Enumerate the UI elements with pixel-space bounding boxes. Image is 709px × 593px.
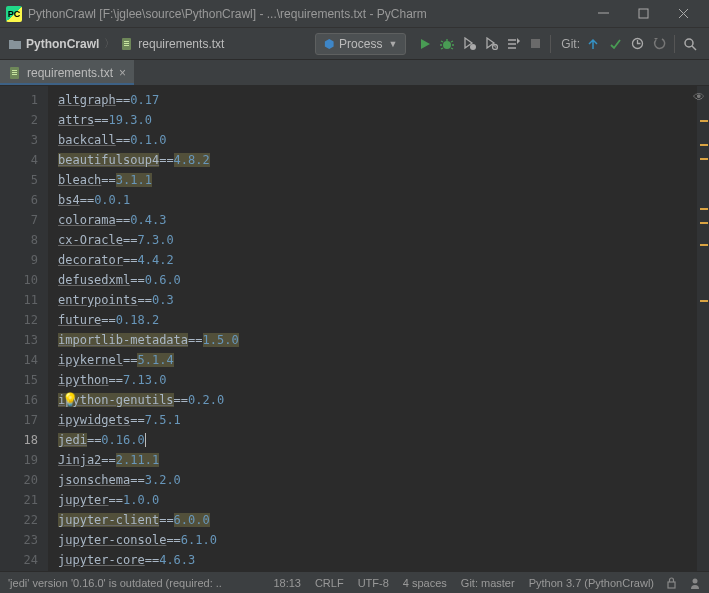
run-config-selector[interactable]: ⬢ Process ▼ xyxy=(315,33,406,55)
package-version: 4.4.2 xyxy=(137,253,173,267)
editor-tabs: requirements.txt × xyxy=(0,60,709,86)
line-number: 24 xyxy=(0,550,38,570)
warning-mark[interactable] xyxy=(700,120,708,122)
code-line[interactable]: decorator==4.4.2 xyxy=(48,250,697,270)
code-line[interactable]: importlib-metadata==1.5.0 xyxy=(48,330,697,350)
package-name: ipykernel xyxy=(58,353,123,367)
version-operator: == xyxy=(101,313,115,327)
code-line[interactable]: defusedxml==0.6.0 xyxy=(48,270,697,290)
inspection-eye-icon[interactable]: 👁 xyxy=(693,90,705,104)
code-line[interactable]: jupyter-console==6.1.0 xyxy=(48,530,697,550)
code-line[interactable]: altgraph==0.17 xyxy=(48,90,697,110)
code-line[interactable]: bs4==0.0.1 xyxy=(48,190,697,210)
code-line[interactable]: ipywidgets==7.5.1 xyxy=(48,410,697,430)
svg-rect-4 xyxy=(124,45,129,46)
svg-rect-3 xyxy=(124,43,129,44)
minimize-button[interactable] xyxy=(583,0,623,28)
code-line[interactable]: backcall==0.1.0 xyxy=(48,130,697,150)
version-operator: == xyxy=(130,473,144,487)
close-button[interactable] xyxy=(663,0,703,28)
concurrency-button[interactable] xyxy=(502,28,524,60)
code-area[interactable]: 💡 altgraph==0.17attrs==19.3.0backcall==0… xyxy=(48,86,697,571)
run-coverage-button[interactable] xyxy=(458,28,480,60)
package-version: 5.1.4 xyxy=(137,353,173,367)
status-message: 'jedi' version '0.16.0' is outdated (req… xyxy=(8,577,222,589)
hector-icon[interactable] xyxy=(689,577,701,589)
package-version: 0.18.2 xyxy=(116,313,159,327)
package-version: 0.16.0 xyxy=(101,433,144,447)
run-button[interactable] xyxy=(414,28,436,60)
code-line[interactable]: Jinja2==2.11.1 xyxy=(48,450,697,470)
vcs-rollback-button[interactable] xyxy=(648,28,670,60)
package-name: jsonschema xyxy=(58,473,130,487)
warning-mark[interactable] xyxy=(700,208,708,210)
line-number: 7 xyxy=(0,210,38,230)
debug-button[interactable] xyxy=(436,28,458,60)
package-version: 0.3 xyxy=(152,293,174,307)
vcs-update-button[interactable] xyxy=(582,28,604,60)
status-git-branch[interactable]: Git: master xyxy=(461,577,515,589)
breadcrumb[interactable]: PythonCrawl 〉 requirements.txt xyxy=(8,36,224,51)
package-version: 3.2.0 xyxy=(145,473,181,487)
package-name: future xyxy=(58,313,101,327)
package-name: bleach xyxy=(58,173,101,187)
intention-bulb-icon[interactable]: 💡 xyxy=(62,390,78,410)
code-line[interactable]: ipykernel==5.1.4 xyxy=(48,350,697,370)
status-line-ending[interactable]: CRLF xyxy=(315,577,344,589)
package-name: entrypoints xyxy=(58,293,137,307)
vcs-history-button[interactable] xyxy=(626,28,648,60)
warning-mark[interactable] xyxy=(700,300,708,302)
window-titlebar: PC PythonCrawl [F:\jglee\source\PythonCr… xyxy=(0,0,709,28)
package-name: jupyter xyxy=(58,493,109,507)
package-name: jupyter-core xyxy=(58,553,145,567)
warning-mark[interactable] xyxy=(700,144,708,146)
line-number: 12 xyxy=(0,310,38,330)
package-version: 0.0.1 xyxy=(94,193,130,207)
code-line[interactable]: jupyter-core==4.6.3 xyxy=(48,550,697,570)
lock-icon[interactable] xyxy=(666,577,677,589)
editor[interactable]: 123456789101112131415161718192021222324 … xyxy=(0,86,709,571)
status-indent[interactable]: 4 spaces xyxy=(403,577,447,589)
code-line[interactable]: cx-Oracle==7.3.0 xyxy=(48,230,697,250)
search-everywhere-button[interactable] xyxy=(679,28,701,60)
code-line[interactable]: attrs==19.3.0 xyxy=(48,110,697,130)
code-line[interactable]: jupyter==1.0.0 xyxy=(48,490,697,510)
code-line[interactable]: jsonschema==3.2.0 xyxy=(48,470,697,490)
package-version: 2.11.1 xyxy=(116,453,159,467)
status-bar: 'jedi' version '0.16.0' is outdated (req… xyxy=(0,571,709,593)
code-line[interactable]: bleach==3.1.1 xyxy=(48,170,697,190)
close-tab-icon[interactable]: × xyxy=(119,66,126,80)
code-line[interactable]: beautifulsoup4==4.8.2 xyxy=(48,150,697,170)
window-title: PythonCrawl [F:\jglee\source\PythonCrawl… xyxy=(28,7,427,21)
profile-button[interactable] xyxy=(480,28,502,60)
code-line[interactable]: ipython==7.13.0 xyxy=(48,370,697,390)
code-line[interactable]: colorama==0.4.3 xyxy=(48,210,697,230)
error-stripe[interactable]: 👁 xyxy=(697,86,709,571)
code-line[interactable]: ipython-genutils==0.2.0 xyxy=(48,390,697,410)
version-operator: == xyxy=(130,273,144,287)
package-name: backcall xyxy=(58,133,116,147)
code-line[interactable]: jedi==0.16.0 xyxy=(48,430,697,450)
stop-button[interactable] xyxy=(524,28,546,60)
warning-mark[interactable] xyxy=(700,244,708,246)
breadcrumb-file[interactable]: requirements.txt xyxy=(138,37,224,51)
warning-mark[interactable] xyxy=(700,222,708,224)
code-line[interactable]: entrypoints==0.3 xyxy=(48,290,697,310)
status-interpreter[interactable]: Python 3.7 (PythonCrawl) xyxy=(529,577,654,589)
code-line[interactable]: jupyter-client==6.0.0 xyxy=(48,510,697,530)
code-line[interactable]: future==0.18.2 xyxy=(48,310,697,330)
svg-point-5 xyxy=(443,41,451,49)
warning-mark[interactable] xyxy=(700,158,708,160)
svg-point-6 xyxy=(470,44,476,50)
version-operator: == xyxy=(101,453,115,467)
package-name: jedi xyxy=(58,433,87,447)
vcs-commit-button[interactable] xyxy=(604,28,626,60)
editor-tab-requirements[interactable]: requirements.txt × xyxy=(0,60,135,85)
version-operator: == xyxy=(123,253,137,267)
status-linecol[interactable]: 18:13 xyxy=(273,577,301,589)
maximize-button[interactable] xyxy=(623,0,663,28)
status-encoding[interactable]: UTF-8 xyxy=(358,577,389,589)
package-name: ipywidgets xyxy=(58,413,130,427)
folder-icon xyxy=(8,37,22,51)
breadcrumb-project[interactable]: PythonCrawl xyxy=(26,37,99,51)
